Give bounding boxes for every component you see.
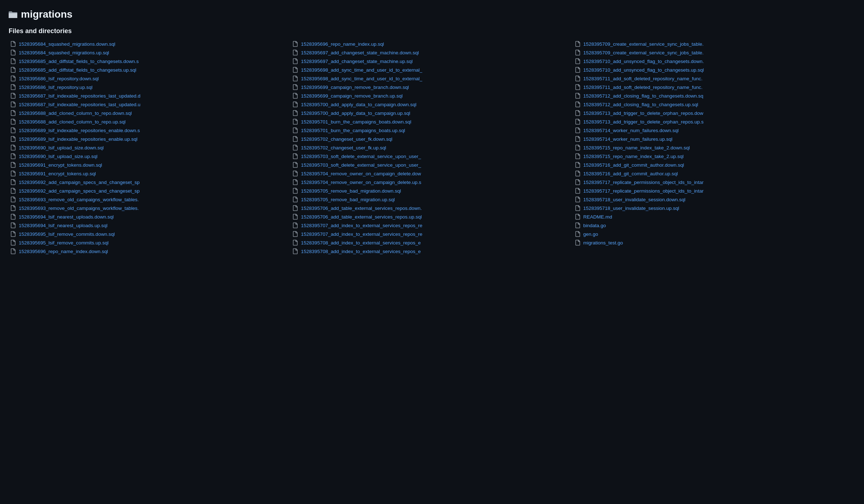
list-item[interactable]: 1528395693_remove_old_campaigns_workflow… [9, 195, 291, 203]
list-item[interactable]: 1528395684_squashed_migrations.down.sql [9, 40, 291, 48]
list-item[interactable]: 1528395716_add_git_commit_author.down.sq… [573, 161, 855, 169]
list-item[interactable]: 1528395709_create_external_service_sync_… [573, 40, 855, 48]
list-item[interactable]: 1528395718_user_invalidate_session.down.… [573, 195, 855, 203]
list-item[interactable]: 1528395692_add_campaign_specs_and_change… [9, 187, 291, 195]
file-link[interactable]: bindata.go [583, 223, 606, 228]
file-link[interactable]: 1528395718_user_invalidate_session.down.… [583, 197, 686, 202]
file-link[interactable]: 1528395711_add_soft_deleted_repository_n… [583, 85, 703, 90]
list-item[interactable]: 1528395715_repo_name_index_take_2.down.s… [573, 144, 855, 152]
list-item[interactable]: 1528395687_lsif_indexable_repositories_l… [9, 92, 291, 100]
file-link[interactable]: 1528395705_remove_bad_migration.up.sql [301, 197, 395, 202]
file-link[interactable]: 1528395701_burn_the_campaigns_boats.up.s… [301, 128, 405, 133]
list-item[interactable]: 1528395700_add_apply_data_to_campaign.up… [291, 109, 573, 117]
list-item[interactable]: 1528395713_add_trigger_to_delete_orphan_… [573, 109, 855, 117]
file-link[interactable]: 1528395693_remove_old_campaigns_workflow… [19, 206, 139, 211]
file-link[interactable]: 1528395693_remove_old_campaigns_workflow… [19, 197, 139, 202]
list-item[interactable]: 1528395694_lsif_nearest_uploads.down.sql [9, 213, 291, 221]
list-item[interactable]: 1528395688_add_cloned_column_to_repo.dow… [9, 109, 291, 117]
list-item[interactable]: 1528395685_add_diffstat_fields_to_change… [9, 66, 291, 74]
list-item[interactable]: 1528395707_add_index_to_external_service… [291, 221, 573, 229]
file-link[interactable]: 1528395697_add_changeset_state_machine.u… [301, 59, 413, 64]
file-link[interactable]: 1528395708_add_index_to_external_service… [301, 249, 421, 254]
list-item[interactable]: 1528395687_lsif_indexable_repositories_l… [9, 100, 291, 108]
list-item[interactable]: 1528395713_add_trigger_to_delete_orphan_… [573, 118, 855, 126]
file-link[interactable]: 1528395696_repo_name_index.down.sql [19, 249, 108, 254]
list-item[interactable]: 1528395709_create_external_service_sync_… [573, 49, 855, 57]
file-link[interactable]: 1528395706_add_table_external_services_r… [301, 206, 422, 211]
file-link[interactable]: 1528395714_worker_num_failures.up.sql [583, 136, 673, 142]
file-link[interactable]: gen.go [583, 231, 598, 237]
list-item[interactable]: 1528395688_add_cloned_column_to_repo.up.… [9, 118, 291, 126]
file-link[interactable]: 1528395709_create_external_service_sync_… [583, 41, 704, 47]
list-item[interactable]: 1528395686_lsif_repository.up.sql [9, 83, 291, 91]
file-link[interactable]: 1528395698_add_sync_time_and_user_id_to_… [301, 67, 422, 73]
list-item[interactable]: 1528395706_add_table_external_services_r… [291, 213, 573, 221]
file-link[interactable]: 1528395714_worker_num_failures.down.sql [583, 128, 679, 133]
list-item[interactable]: 1528395703_soft_delete_external_service_… [291, 161, 573, 169]
list-item[interactable]: 1528395711_add_soft_deleted_repository_n… [573, 75, 855, 82]
list-item[interactable]: 1528395707_add_index_to_external_service… [291, 230, 573, 238]
file-link[interactable]: 1528395691_encrypt_tokens.up.sql [19, 171, 96, 176]
list-item[interactable]: 1528395717_replicate_permissions_object_… [573, 178, 855, 186]
file-link[interactable]: 1528395695_lsif_remove_commits.up.sql [19, 240, 108, 246]
list-item[interactable]: 1528395698_add_sync_time_and_user_id_to_… [291, 75, 573, 82]
list-item[interactable]: 1528395714_worker_num_failures.up.sql [573, 135, 855, 143]
file-link[interactable]: 1528395702_changeset_user_fk.up.sql [301, 145, 386, 150]
file-link[interactable]: 1528395718_user_invalidate_session.up.sq… [583, 206, 679, 211]
file-link[interactable]: 1528395687_lsif_indexable_repositories_l… [19, 102, 141, 107]
list-item[interactable]: 1528395690_lsif_upload_size.down.sql [9, 144, 291, 152]
file-link[interactable]: 1528395712_add_closing_flag_to_changeset… [583, 102, 698, 107]
list-item[interactable]: 1528395708_add_index_to_external_service… [291, 239, 573, 247]
list-item[interactable]: 1528395718_user_invalidate_session.up.sq… [573, 204, 855, 212]
list-item[interactable]: 1528395701_burn_the_campaigns_boats.up.s… [291, 126, 573, 134]
file-link[interactable]: 1528395709_create_external_service_sync_… [583, 50, 704, 55]
file-link[interactable]: 1528395690_lsif_upload_size.up.sql [19, 154, 97, 159]
file-link[interactable]: 1528395692_add_campaign_specs_and_change… [19, 188, 140, 194]
file-link[interactable]: 1528395716_add_git_commit_author.down.sq… [583, 162, 684, 168]
list-item[interactable]: bindata.go [573, 221, 855, 229]
file-link[interactable]: 1528395710_add_unsynced_flag_to_changese… [583, 59, 704, 64]
list-item[interactable]: 1528395698_add_sync_time_and_user_id_to_… [291, 66, 573, 74]
file-link[interactable]: 1528395697_add_changeset_state_machine.d… [301, 50, 419, 55]
file-link[interactable]: 1528395695_lsif_remove_commits.down.sql [19, 231, 115, 237]
list-item[interactable]: 1528395715_repo_name_index_take_2.up.sql [573, 152, 855, 160]
list-item[interactable]: 1528395714_worker_num_failures.down.sql [573, 126, 855, 134]
file-link[interactable]: 1528395713_add_trigger_to_delete_orphan_… [583, 111, 703, 116]
file-link[interactable]: 1528395688_add_cloned_column_to_repo.up.… [19, 119, 126, 125]
file-link[interactable]: 1528395716_add_git_commit_author.up.sql [583, 171, 678, 176]
file-link[interactable]: 1528395712_add_closing_flag_to_changeset… [583, 93, 703, 99]
file-link[interactable]: 1528395686_lsif_repository.down.sql [19, 76, 99, 81]
list-item[interactable]: 1528395697_add_changeset_state_machine.d… [291, 49, 573, 57]
list-item[interactable]: 1528395705_remove_bad_migration.down.sql [291, 187, 573, 195]
list-item[interactable]: migrations_test.go [573, 239, 855, 247]
file-link[interactable]: 1528395715_repo_name_index_take_2.down.s… [583, 145, 690, 150]
file-link[interactable]: 1528395690_lsif_upload_size.down.sql [19, 145, 104, 150]
file-link[interactable]: 1528395708_add_index_to_external_service… [301, 240, 421, 246]
file-link[interactable]: 1528395692_add_campaign_specs_and_change… [19, 180, 140, 185]
list-item[interactable]: 1528395695_lsif_remove_commits.up.sql [9, 239, 291, 247]
file-link[interactable]: 1528395701_burn_the_campaigns_boats.down… [301, 119, 411, 125]
file-link[interactable]: 1528395689_lsif_indexable_repositories_e… [19, 128, 140, 133]
file-link[interactable]: 1528395704_remove_owner_on_campaign_dele… [301, 180, 421, 185]
list-item[interactable]: 1528395702_changeset_user_fk.up.sql [291, 144, 573, 152]
file-link[interactable]: 1528395688_add_cloned_column_to_repo.dow… [19, 111, 132, 116]
list-item[interactable]: 1528395701_burn_the_campaigns_boats.down… [291, 118, 573, 126]
file-link[interactable]: 1528395687_lsif_indexable_repositories_l… [19, 93, 141, 99]
list-item[interactable]: 1528395691_encrypt_tokens.down.sql [9, 161, 291, 169]
list-item[interactable]: 1528395691_encrypt_tokens.up.sql [9, 170, 291, 177]
file-link[interactable]: migrations_test.go [583, 240, 623, 246]
file-link[interactable]: 1528395691_encrypt_tokens.down.sql [19, 162, 102, 168]
list-item[interactable]: gen.go [573, 230, 855, 238]
list-item[interactable]: 1528395706_add_table_external_services_r… [291, 204, 573, 212]
list-item[interactable]: 1528395685_add_diffstat_fields_to_change… [9, 57, 291, 65]
list-item[interactable]: 1528395712_add_closing_flag_to_changeset… [573, 100, 855, 108]
file-link[interactable]: 1528395711_add_soft_deleted_repository_n… [583, 76, 703, 81]
file-link[interactable]: 1528395686_lsif_repository.up.sql [19, 85, 93, 90]
list-item[interactable]: 1528395711_add_soft_deleted_repository_n… [573, 83, 855, 91]
file-link[interactable]: 1528395704_remove_owner_on_campaign_dele… [301, 171, 421, 176]
list-item[interactable]: 1528395705_remove_bad_migration.up.sql [291, 195, 573, 203]
file-link[interactable]: 1528395684_squashed_migrations.up.sql [19, 50, 109, 55]
list-item[interactable]: 1528395710_add_unsynced_flag_to_changese… [573, 66, 855, 74]
list-item[interactable]: 1528395699_campaign_remove_branch.down.s… [291, 83, 573, 91]
file-link[interactable]: 1528395703_soft_delete_external_service_… [301, 162, 421, 168]
